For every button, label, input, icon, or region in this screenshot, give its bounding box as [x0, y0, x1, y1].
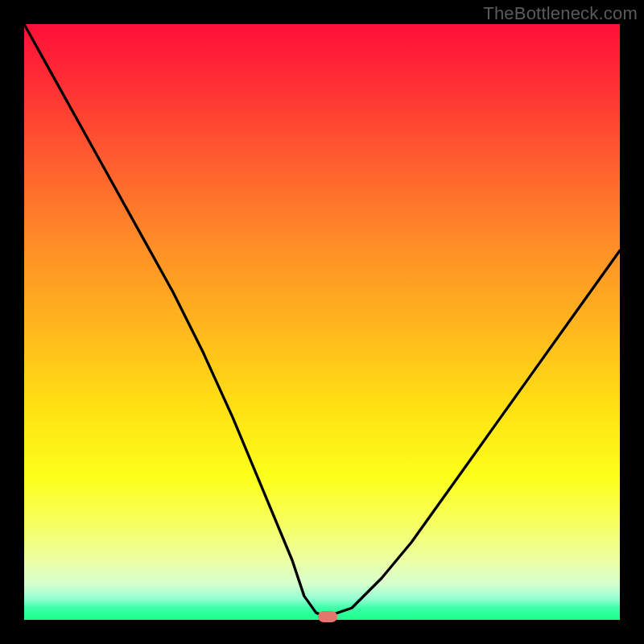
chart-frame: TheBottleneck.com — [0, 0, 644, 644]
bottleneck-curve — [24, 24, 620, 615]
plot-area — [24, 24, 620, 620]
optimum-marker — [318, 611, 337, 622]
watermark-text: TheBottleneck.com — [483, 3, 638, 24]
curve-svg — [24, 24, 620, 620]
